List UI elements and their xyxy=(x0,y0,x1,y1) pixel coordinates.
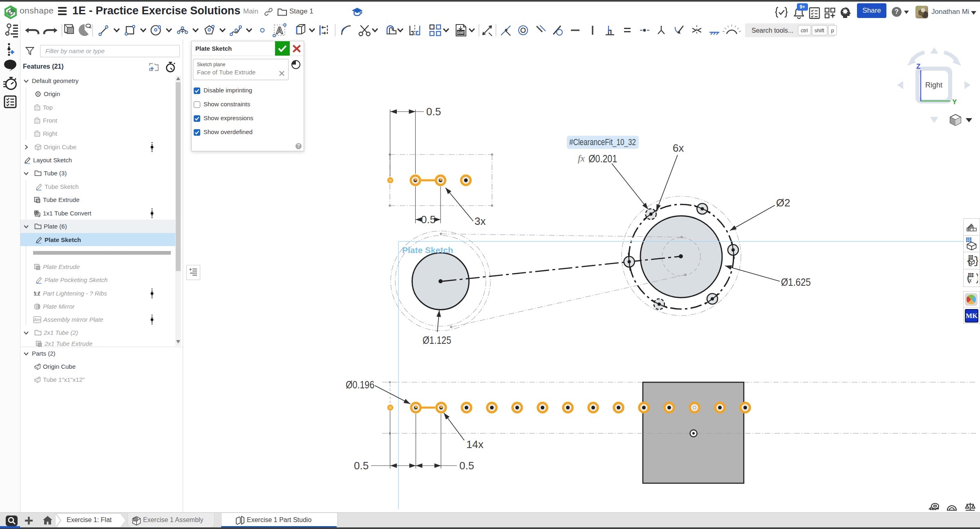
svg-text:Ø1.625: Ø1.625 xyxy=(781,276,811,288)
svg-text:0.5: 0.5 xyxy=(354,460,369,472)
svg-text:fx: fx xyxy=(578,153,585,164)
svg-text:0.5: 0.5 xyxy=(421,213,436,226)
svg-text:Ø2: Ø2 xyxy=(776,197,790,209)
svg-text:Right: Right xyxy=(925,81,942,89)
svg-text:Ø1.125: Ø1.125 xyxy=(423,334,451,346)
svg-text:0.5: 0.5 xyxy=(426,105,441,118)
svg-text:Z: Z xyxy=(916,63,920,70)
svg-text:Am: Am xyxy=(34,317,41,322)
svg-text:ctrl: ctrl xyxy=(801,27,808,34)
svg-text:Ø0.196: Ø0.196 xyxy=(346,379,374,391)
svg-text:A: A xyxy=(276,25,283,36)
svg-text:6x: 6x xyxy=(673,142,684,154)
svg-text:shift: shift xyxy=(814,27,824,34)
svg-text:#ClearanceFit_10_32: #ClearanceFit_10_32 xyxy=(569,137,636,147)
svg-text:Y: Y xyxy=(952,98,957,106)
svg-text:): ) xyxy=(974,272,978,284)
svg-text:Plate Sketch: Plate Sketch xyxy=(402,245,453,255)
svg-text:x: x xyxy=(969,277,972,283)
svg-text:DXF: DXF xyxy=(457,31,464,35)
svg-text:0.5: 0.5 xyxy=(459,460,474,472)
svg-text:Search tools...: Search tools... xyxy=(752,27,793,34)
svg-text:Ø0.201: Ø0.201 xyxy=(588,152,617,165)
svg-text:14x: 14x xyxy=(466,438,483,451)
svg-text:p: p xyxy=(831,27,834,34)
svg-text:3x: 3x xyxy=(474,215,486,227)
